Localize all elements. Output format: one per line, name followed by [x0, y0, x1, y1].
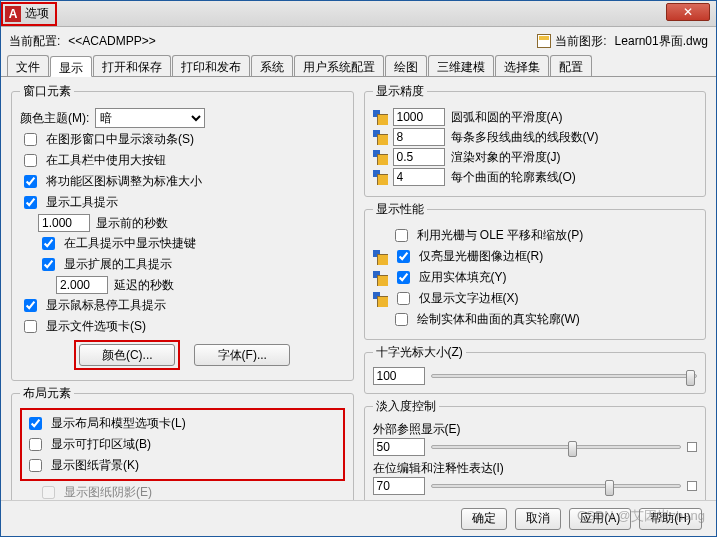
drawing-label: 当前图形:	[555, 33, 606, 50]
display-performance-group: 显示性能 利用光栅与 OLE 平移和缩放(P) 仅亮显光栅图像边框(R) 应用实…	[364, 201, 707, 340]
colors-button-highlight: 颜色(C)...	[74, 340, 180, 370]
display-precision-legend: 显示精度	[373, 83, 427, 100]
fade-control-group: 淡入度控制 外部参照显示(E) 在位编辑和注释性表达(I)	[364, 398, 707, 500]
ext-tooltip-delay-label: 延迟的秒数	[114, 277, 174, 294]
tooltips-label: 显示工具提示	[46, 194, 118, 211]
printable-area-label: 显示可打印区域(B)	[51, 436, 151, 453]
std-icons-checkbox[interactable]	[24, 175, 37, 188]
raster-ole-pan-checkbox[interactable]	[395, 229, 408, 242]
xref-fade-input[interactable]	[373, 438, 425, 456]
ext-tooltip-label: 显示扩展的工具提示	[64, 256, 172, 273]
window-elements-legend: 窗口元素	[20, 83, 74, 100]
slider-end-icon	[687, 481, 697, 491]
arc-smoothness-label: 圆弧和圆的平滑度(A)	[451, 109, 563, 126]
contour-lines-label: 每个曲面的轮廓素线(O)	[451, 169, 576, 186]
content-area: 窗口元素 颜色主题(M): 暗 在图形窗口中显示滚动条(S) 在工具栏中使用大按…	[1, 77, 716, 500]
paper-bg-checkbox[interactable]	[29, 459, 42, 472]
arc-smoothness-input[interactable]	[393, 108, 445, 126]
render-smooth-input[interactable]	[393, 148, 445, 166]
fade-control-legend: 淡入度控制	[373, 398, 439, 415]
left-column: 窗口元素 颜色主题(M): 暗 在图形窗口中显示滚动条(S) 在工具栏中使用大按…	[11, 83, 354, 496]
dwg-icon	[373, 150, 387, 164]
dwg-icon	[373, 110, 387, 124]
inplace-fade-label: 在位编辑和注释性表达(I)	[373, 460, 698, 477]
display-precision-group: 显示精度 圆弧和圆的平滑度(A) 每条多段线曲线的线段数(V) 渲染对象的平滑度…	[364, 83, 707, 197]
raster-ole-pan-label: 利用光栅与 OLE 平移和缩放(P)	[417, 227, 584, 244]
crosshair-size-group: 十字光标大小(Z)	[364, 344, 707, 394]
dwg-icon	[373, 250, 387, 264]
printable-area-checkbox[interactable]	[29, 438, 42, 451]
true-silhouette-checkbox[interactable]	[395, 313, 408, 326]
drawing-value: Learn01界面.dwg	[615, 33, 708, 50]
tab-open-save[interactable]: 打开和保存	[93, 55, 171, 76]
tooltip-delay-input[interactable]	[38, 214, 90, 232]
profile-value: <<ACADMPP>>	[68, 34, 155, 48]
tooltips-checkbox[interactable]	[24, 196, 37, 209]
tab-profiles[interactable]: 配置	[550, 55, 592, 76]
colors-button[interactable]: 颜色(C)...	[79, 344, 175, 366]
tab-file[interactable]: 文件	[7, 55, 49, 76]
layout-highlight-box: 显示布局和模型选项卡(L) 显示可打印区域(B) 显示图纸背景(K)	[20, 408, 345, 481]
inplace-fade-input[interactable]	[373, 477, 425, 495]
tooltip-delay-label: 显示前的秒数	[96, 215, 168, 232]
tab-system[interactable]: 系统	[251, 55, 293, 76]
tab-user-prefs[interactable]: 用户系统配置	[294, 55, 384, 76]
ok-button[interactable]: 确定	[461, 508, 507, 530]
color-theme-select[interactable]: 暗	[95, 108, 205, 128]
std-icons-label: 将功能区图标调整为标准大小	[46, 173, 202, 190]
file-tabs-checkbox[interactable]	[24, 320, 37, 333]
close-button[interactable]: ✕	[666, 3, 710, 21]
xref-fade-slider[interactable]	[431, 445, 682, 449]
title-highlight: A 选项	[1, 2, 57, 26]
options-dialog: A 选项 ✕ 当前配置: <<ACADMPP>> 当前图形: Learn01界面…	[0, 0, 717, 537]
cancel-button[interactable]: 取消	[515, 508, 561, 530]
dialog-footer: 确定 取消 应用(A) 帮助(H)	[1, 500, 716, 536]
window-elements-group: 窗口元素 颜色主题(M): 暗 在图形窗口中显示滚动条(S) 在工具栏中使用大按…	[11, 83, 354, 381]
scrollbars-checkbox[interactable]	[24, 133, 37, 146]
crosshair-size-slider[interactable]	[431, 374, 698, 378]
display-performance-legend: 显示性能	[373, 201, 427, 218]
slider-end-icon	[687, 442, 697, 452]
paper-bg-label: 显示图纸背景(K)	[51, 457, 139, 474]
ext-tooltip-checkbox[interactable]	[42, 258, 55, 271]
text-boundary-checkbox[interactable]	[397, 292, 410, 305]
crosshair-size-input[interactable]	[373, 367, 425, 385]
large-buttons-label: 在工具栏中使用大按钮	[46, 152, 166, 169]
tab-print-publish[interactable]: 打印和发布	[172, 55, 250, 76]
tooltip-shortcut-checkbox[interactable]	[42, 237, 55, 250]
scrollbars-label: 在图形窗口中显示滚动条(S)	[46, 131, 194, 148]
raster-frame-checkbox[interactable]	[397, 250, 410, 263]
tab-selection[interactable]: 选择集	[495, 55, 549, 76]
title-bar: A 选项 ✕	[1, 1, 716, 27]
tab-display[interactable]: 显示	[50, 56, 92, 77]
true-silhouette-label: 绘制实体和曲面的真实轮廓(W)	[417, 311, 580, 328]
large-buttons-checkbox[interactable]	[24, 154, 37, 167]
hover-tooltip-checkbox[interactable]	[24, 299, 37, 312]
polyline-segs-label: 每条多段线曲线的线段数(V)	[451, 129, 599, 146]
paper-shadow-label: 显示图纸阴影(E)	[64, 484, 152, 500]
inplace-fade-slider[interactable]	[431, 484, 682, 488]
paper-shadow-checkbox[interactable]	[42, 486, 55, 499]
file-tabs-label: 显示文件选项卡(S)	[46, 318, 146, 335]
window-title: 选项	[25, 5, 49, 22]
raster-frame-label: 仅亮显光栅图像边框(R)	[419, 248, 544, 265]
help-button[interactable]: 帮助(H)	[639, 508, 702, 530]
layout-tabs-checkbox[interactable]	[29, 417, 42, 430]
ext-tooltip-delay-input[interactable]	[56, 276, 108, 294]
layout-elements-group: 布局元素 显示布局和模型选项卡(L) 显示可打印区域(B) 显示图纸背景(K) …	[11, 385, 354, 500]
hover-tooltip-label: 显示鼠标悬停工具提示	[46, 297, 166, 314]
polyline-segs-input[interactable]	[393, 128, 445, 146]
solid-fill-checkbox[interactable]	[397, 271, 410, 284]
solid-fill-label: 应用实体填充(Y)	[419, 269, 507, 286]
layout-elements-legend: 布局元素	[20, 385, 74, 402]
fonts-button[interactable]: 字体(F)...	[194, 344, 290, 366]
apply-button[interactable]: 应用(A)	[569, 508, 631, 530]
tooltip-shortcut-label: 在工具提示中显示快捷键	[64, 235, 196, 252]
tab-3d-modeling[interactable]: 三维建模	[428, 55, 494, 76]
dwg-icon	[373, 130, 387, 144]
dwg-icon	[373, 170, 387, 184]
tab-drafting[interactable]: 绘图	[385, 55, 427, 76]
color-theme-label: 颜色主题(M):	[20, 110, 89, 127]
contour-lines-input[interactable]	[393, 168, 445, 186]
right-column: 显示精度 圆弧和圆的平滑度(A) 每条多段线曲线的线段数(V) 渲染对象的平滑度…	[364, 83, 707, 496]
